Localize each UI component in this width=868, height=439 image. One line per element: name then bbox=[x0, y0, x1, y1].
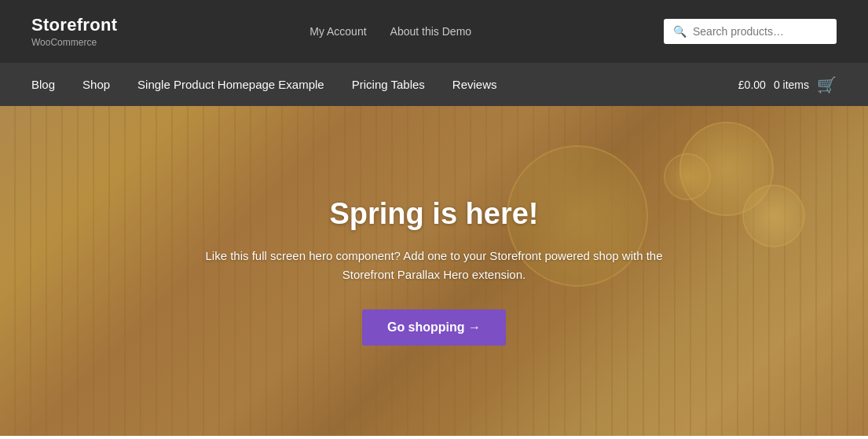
account-link[interactable]: My Account bbox=[309, 25, 366, 38]
go-shopping-button[interactable]: Go shopping → bbox=[362, 309, 506, 346]
nav-pricing[interactable]: Pricing Tables bbox=[352, 78, 425, 91]
hero-section: Spring is here! Like this full screen he… bbox=[0, 106, 868, 436]
brand-title: Storefront bbox=[31, 15, 117, 35]
top-nav: My Account About this Demo bbox=[309, 25, 471, 38]
nav-single-product[interactable]: Single Product Homepage Example bbox=[137, 78, 324, 91]
hero-description: Like this full screen hero component? Ad… bbox=[191, 247, 678, 284]
nav-reviews[interactable]: Reviews bbox=[452, 78, 497, 91]
brand-block: Storefront WooCommerce bbox=[31, 15, 117, 48]
hero-content: Spring is here! Like this full screen he… bbox=[159, 197, 709, 346]
cart-area[interactable]: £0.00 0 items 🛒 bbox=[738, 75, 837, 94]
demo-link[interactable]: About this Demo bbox=[390, 25, 472, 38]
hero-title: Spring is here! bbox=[191, 197, 678, 231]
nav-links: Blog Shop Single Product Homepage Exampl… bbox=[31, 78, 497, 91]
cart-icon: 🛒 bbox=[817, 75, 837, 94]
cart-price: £0.00 bbox=[738, 79, 766, 91]
cart-items: 0 items bbox=[774, 79, 809, 91]
brand-subtitle: WooCommerce bbox=[31, 37, 117, 48]
search-icon: 🔍 bbox=[673, 25, 687, 38]
nav-blog[interactable]: Blog bbox=[31, 78, 55, 91]
search-input[interactable] bbox=[693, 25, 827, 38]
nav-bar: Blog Shop Single Product Homepage Exampl… bbox=[0, 63, 868, 106]
nav-shop[interactable]: Shop bbox=[82, 78, 110, 91]
search-bar: 🔍 bbox=[664, 19, 837, 44]
top-header: Storefront WooCommerce My Account About … bbox=[0, 0, 868, 63]
